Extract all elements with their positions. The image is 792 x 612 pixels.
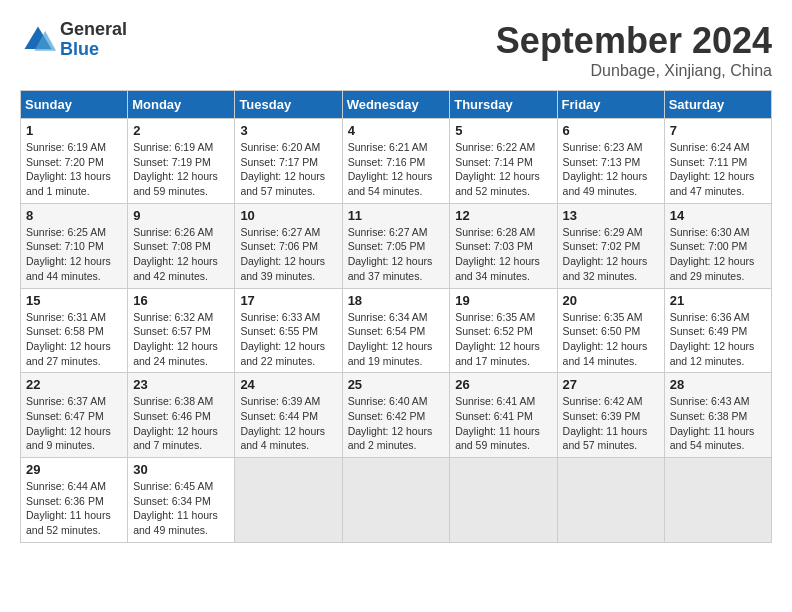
- day-number: 21: [670, 293, 766, 308]
- calendar-cell: 17Sunrise: 6:33 AM Sunset: 6:55 PM Dayli…: [235, 288, 342, 373]
- calendar-cell: 20Sunrise: 6:35 AM Sunset: 6:50 PM Dayli…: [557, 288, 664, 373]
- calendar-cell: 19Sunrise: 6:35 AM Sunset: 6:52 PM Dayli…: [450, 288, 557, 373]
- logo-general: General: [60, 19, 127, 39]
- day-info: Sunrise: 6:27 AM Sunset: 7:05 PM Dayligh…: [348, 225, 445, 284]
- day-info: Sunrise: 6:39 AM Sunset: 6:44 PM Dayligh…: [240, 394, 336, 453]
- calendar-cell: 8Sunrise: 6:25 AM Sunset: 7:10 PM Daylig…: [21, 203, 128, 288]
- day-info: Sunrise: 6:33 AM Sunset: 6:55 PM Dayligh…: [240, 310, 336, 369]
- day-info: Sunrise: 6:35 AM Sunset: 6:50 PM Dayligh…: [563, 310, 659, 369]
- day-info: Sunrise: 6:29 AM Sunset: 7:02 PM Dayligh…: [563, 225, 659, 284]
- day-number: 28: [670, 377, 766, 392]
- day-info: Sunrise: 6:26 AM Sunset: 7:08 PM Dayligh…: [133, 225, 229, 284]
- calendar-cell: 13Sunrise: 6:29 AM Sunset: 7:02 PM Dayli…: [557, 203, 664, 288]
- day-number: 18: [348, 293, 445, 308]
- weekday-header-saturday: Saturday: [664, 91, 771, 119]
- day-number: 15: [26, 293, 122, 308]
- logo: General Blue: [20, 20, 127, 60]
- month-title: September 2024: [496, 20, 772, 62]
- title-area: September 2024 Dunbage, Xinjiang, China: [496, 20, 772, 80]
- calendar-cell: 1Sunrise: 6:19 AM Sunset: 7:20 PM Daylig…: [21, 119, 128, 204]
- day-number: 14: [670, 208, 766, 223]
- calendar-cell: 22Sunrise: 6:37 AM Sunset: 6:47 PM Dayli…: [21, 373, 128, 458]
- day-number: 11: [348, 208, 445, 223]
- day-info: Sunrise: 6:43 AM Sunset: 6:38 PM Dayligh…: [670, 394, 766, 453]
- calendar-cell: 12Sunrise: 6:28 AM Sunset: 7:03 PM Dayli…: [450, 203, 557, 288]
- calendar-cell: 25Sunrise: 6:40 AM Sunset: 6:42 PM Dayli…: [342, 373, 450, 458]
- day-number: 20: [563, 293, 659, 308]
- calendar-cell: 23Sunrise: 6:38 AM Sunset: 6:46 PM Dayli…: [128, 373, 235, 458]
- day-number: 3: [240, 123, 336, 138]
- day-number: 2: [133, 123, 229, 138]
- calendar-cell: 4Sunrise: 6:21 AM Sunset: 7:16 PM Daylig…: [342, 119, 450, 204]
- week-row-1: 1Sunrise: 6:19 AM Sunset: 7:20 PM Daylig…: [21, 119, 772, 204]
- calendar-cell: 18Sunrise: 6:34 AM Sunset: 6:54 PM Dayli…: [342, 288, 450, 373]
- day-number: 4: [348, 123, 445, 138]
- logo-blue: Blue: [60, 39, 99, 59]
- day-info: Sunrise: 6:45 AM Sunset: 6:34 PM Dayligh…: [133, 479, 229, 538]
- day-info: Sunrise: 6:20 AM Sunset: 7:17 PM Dayligh…: [240, 140, 336, 199]
- week-row-2: 8Sunrise: 6:25 AM Sunset: 7:10 PM Daylig…: [21, 203, 772, 288]
- day-number: 19: [455, 293, 551, 308]
- day-number: 12: [455, 208, 551, 223]
- day-info: Sunrise: 6:21 AM Sunset: 7:16 PM Dayligh…: [348, 140, 445, 199]
- week-row-5: 29Sunrise: 6:44 AM Sunset: 6:36 PM Dayli…: [21, 458, 772, 543]
- weekday-header-thursday: Thursday: [450, 91, 557, 119]
- calendar-cell: 29Sunrise: 6:44 AM Sunset: 6:36 PM Dayli…: [21, 458, 128, 543]
- day-number: 30: [133, 462, 229, 477]
- day-number: 23: [133, 377, 229, 392]
- day-info: Sunrise: 6:34 AM Sunset: 6:54 PM Dayligh…: [348, 310, 445, 369]
- week-row-3: 15Sunrise: 6:31 AM Sunset: 6:58 PM Dayli…: [21, 288, 772, 373]
- calendar-cell: 15Sunrise: 6:31 AM Sunset: 6:58 PM Dayli…: [21, 288, 128, 373]
- day-number: 6: [563, 123, 659, 138]
- calendar-cell: 10Sunrise: 6:27 AM Sunset: 7:06 PM Dayli…: [235, 203, 342, 288]
- day-number: 17: [240, 293, 336, 308]
- calendar-cell: 3Sunrise: 6:20 AM Sunset: 7:17 PM Daylig…: [235, 119, 342, 204]
- day-number: 22: [26, 377, 122, 392]
- calendar-cell: [664, 458, 771, 543]
- day-info: Sunrise: 6:37 AM Sunset: 6:47 PM Dayligh…: [26, 394, 122, 453]
- day-number: 8: [26, 208, 122, 223]
- day-info: Sunrise: 6:38 AM Sunset: 6:46 PM Dayligh…: [133, 394, 229, 453]
- day-number: 25: [348, 377, 445, 392]
- day-number: 10: [240, 208, 336, 223]
- day-info: Sunrise: 6:19 AM Sunset: 7:19 PM Dayligh…: [133, 140, 229, 199]
- logo-icon: [20, 22, 56, 58]
- calendar-cell: 30Sunrise: 6:45 AM Sunset: 6:34 PM Dayli…: [128, 458, 235, 543]
- page-header: General Blue September 2024 Dunbage, Xin…: [20, 20, 772, 80]
- day-number: 5: [455, 123, 551, 138]
- calendar-cell: 2Sunrise: 6:19 AM Sunset: 7:19 PM Daylig…: [128, 119, 235, 204]
- day-info: Sunrise: 6:32 AM Sunset: 6:57 PM Dayligh…: [133, 310, 229, 369]
- weekday-header-tuesday: Tuesday: [235, 91, 342, 119]
- weekday-header-wednesday: Wednesday: [342, 91, 450, 119]
- day-number: 1: [26, 123, 122, 138]
- weekday-header-friday: Friday: [557, 91, 664, 119]
- calendar-cell: 7Sunrise: 6:24 AM Sunset: 7:11 PM Daylig…: [664, 119, 771, 204]
- day-info: Sunrise: 6:42 AM Sunset: 6:39 PM Dayligh…: [563, 394, 659, 453]
- day-info: Sunrise: 6:40 AM Sunset: 6:42 PM Dayligh…: [348, 394, 445, 453]
- calendar-cell: [450, 458, 557, 543]
- calendar-cell: 21Sunrise: 6:36 AM Sunset: 6:49 PM Dayli…: [664, 288, 771, 373]
- calendar-cell: [557, 458, 664, 543]
- day-info: Sunrise: 6:27 AM Sunset: 7:06 PM Dayligh…: [240, 225, 336, 284]
- day-number: 16: [133, 293, 229, 308]
- day-number: 27: [563, 377, 659, 392]
- day-info: Sunrise: 6:35 AM Sunset: 6:52 PM Dayligh…: [455, 310, 551, 369]
- calendar-cell: 28Sunrise: 6:43 AM Sunset: 6:38 PM Dayli…: [664, 373, 771, 458]
- day-info: Sunrise: 6:41 AM Sunset: 6:41 PM Dayligh…: [455, 394, 551, 453]
- calendar-cell: 24Sunrise: 6:39 AM Sunset: 6:44 PM Dayli…: [235, 373, 342, 458]
- day-info: Sunrise: 6:24 AM Sunset: 7:11 PM Dayligh…: [670, 140, 766, 199]
- calendar-cell: 11Sunrise: 6:27 AM Sunset: 7:05 PM Dayli…: [342, 203, 450, 288]
- calendar-cell: 5Sunrise: 6:22 AM Sunset: 7:14 PM Daylig…: [450, 119, 557, 204]
- day-info: Sunrise: 6:30 AM Sunset: 7:00 PM Dayligh…: [670, 225, 766, 284]
- calendar-cell: [235, 458, 342, 543]
- day-info: Sunrise: 6:23 AM Sunset: 7:13 PM Dayligh…: [563, 140, 659, 199]
- calendar-cell: 6Sunrise: 6:23 AM Sunset: 7:13 PM Daylig…: [557, 119, 664, 204]
- calendar-cell: 16Sunrise: 6:32 AM Sunset: 6:57 PM Dayli…: [128, 288, 235, 373]
- weekday-header-monday: Monday: [128, 91, 235, 119]
- calendar-table: SundayMondayTuesdayWednesdayThursdayFrid…: [20, 90, 772, 543]
- calendar-cell: 27Sunrise: 6:42 AM Sunset: 6:39 PM Dayli…: [557, 373, 664, 458]
- calendar-cell: [342, 458, 450, 543]
- day-info: Sunrise: 6:22 AM Sunset: 7:14 PM Dayligh…: [455, 140, 551, 199]
- day-info: Sunrise: 6:31 AM Sunset: 6:58 PM Dayligh…: [26, 310, 122, 369]
- weekday-header-row: SundayMondayTuesdayWednesdayThursdayFrid…: [21, 91, 772, 119]
